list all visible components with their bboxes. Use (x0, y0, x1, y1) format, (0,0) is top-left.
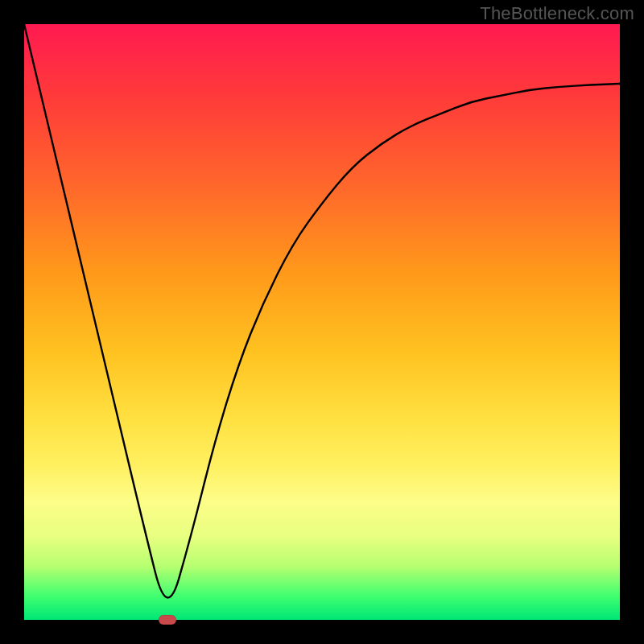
plot-area (24, 24, 620, 620)
bottleneck-curve (24, 24, 620, 620)
chart-frame: TheBottleneck.com (0, 0, 644, 644)
watermark-text: TheBottleneck.com (480, 3, 634, 24)
minimum-marker (159, 615, 176, 625)
